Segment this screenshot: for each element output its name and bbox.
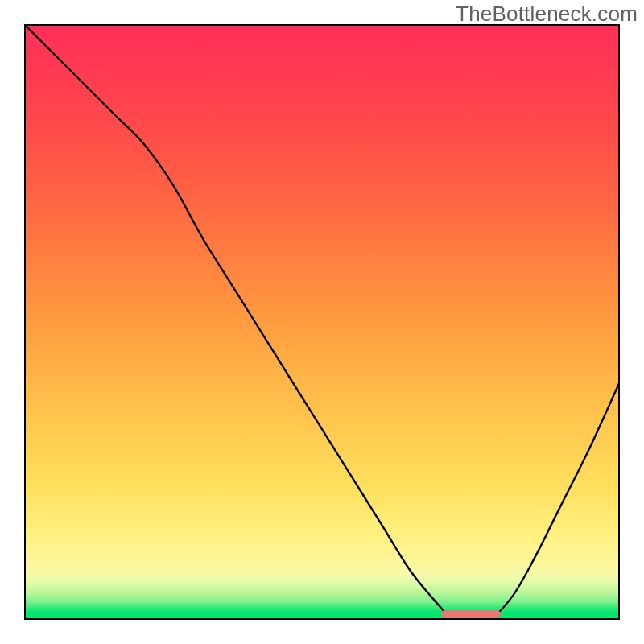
chart-plot-area [24, 24, 620, 620]
watermark-text: TheBottleneck.com [456, 2, 638, 27]
minimum-indicator [441, 610, 501, 618]
chart-background-gradient [24, 24, 620, 620]
